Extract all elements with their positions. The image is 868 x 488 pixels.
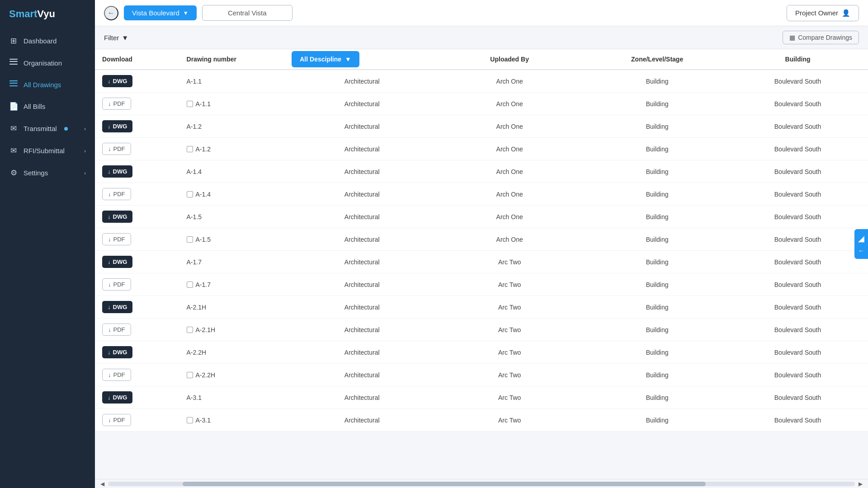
uploaded-by-value: Arc Two [498,394,521,401]
uploaded-by-cell: Arc Two [432,364,587,386]
sidebar-item-label: All Drawings [24,81,61,89]
building-cell: Boulevard South [727,386,868,409]
pdf-download-button[interactable]: ↓ PDF [102,188,131,200]
funnel-icon: ◢ [858,234,864,244]
dwg-download-button[interactable]: ↓ DWG [102,301,132,313]
download-icon: ↓ [108,191,111,197]
dwg-download-button[interactable]: ↓ DWG [102,120,132,132]
compare-drawings-button[interactable]: ▦ Compare Drawings [783,31,859,44]
right-filter-panel[interactable]: ◢ ← [854,229,868,259]
row-checkbox[interactable] [187,101,193,107]
sidebar-item-transmittal[interactable]: ✉ Transmittal › [0,117,95,140]
zone-cell: Building [587,296,727,319]
drawing-number-cell: A-2.2H [179,364,292,386]
download-icon: ↓ [108,417,111,423]
sidebar-item-rfi-submittal[interactable]: ✉ RFI/Submittal › [0,140,95,162]
discipline-value: Architectural [344,100,380,108]
uploaded-by-value: Arch One [496,123,523,130]
building-value: Boulevard South [774,191,821,198]
row-checkbox[interactable] [187,191,193,197]
zone-value: Building [646,326,669,333]
dwg-download-button[interactable]: ↓ DWG [102,211,132,223]
pdf-download-button[interactable]: ↓ PDF [102,233,131,245]
scroll-right-arrow[interactable]: ▶ [857,481,864,487]
building-cell: Boulevard South [727,228,868,251]
building-value: Boulevard South [774,123,821,130]
row-checkbox[interactable] [187,372,193,378]
discipline-value: Architectural [344,326,380,333]
uploaded-by-cell: Arc Two [432,319,587,341]
uploaded-by-value: Arc Two [498,281,521,288]
project-dropdown[interactable]: Vista Boulevard ▼ [124,5,197,20]
dwg-download-button[interactable]: ↓ DWG [102,391,132,404]
pdf-download-button[interactable]: ↓ PDF [102,324,131,336]
uploaded-by-cell: Arch One [432,115,587,138]
uploaded-by-cell: Arch One [432,228,587,251]
dwg-download-button[interactable]: ↓ DWG [102,165,132,178]
download-cell: ↓ PDF [95,319,179,341]
zone-value: Building [646,168,669,175]
pdf-download-button[interactable]: ↓ PDF [102,414,131,426]
uploaded-by-value: Arc Two [498,349,521,356]
table-row: ↓ DWGA-1.5ArchitecturalArch OneBuildingB… [95,206,868,228]
row-checkbox[interactable] [187,417,193,423]
sidebar-nav: ⊞ Dashboard Organisation [0,30,95,184]
row-checkbox[interactable] [187,146,193,152]
download-cell: ↓ DWG [95,386,179,409]
row-checkbox[interactable] [187,282,193,288]
row-checkbox[interactable] [187,236,193,243]
sidebar-item-all-drawings[interactable]: All Drawings [0,74,95,95]
dwg-download-button[interactable]: ↓ DWG [102,346,132,358]
download-cell: ↓ DWG [95,70,179,93]
pdf-download-button[interactable]: ↓ PDF [102,98,131,110]
download-icon: ↓ [108,258,111,265]
drawing-number-value: A-3.1 [196,417,211,424]
download-icon: ↓ [108,371,111,378]
discipline-dropdown-button[interactable]: All Descipline ▼ [292,51,359,67]
drawing-number-value: A-2.1H [187,304,207,311]
topbar-right: Project Owner 👤 [787,5,859,21]
transmittal-chevron-icon: › [84,126,86,131]
table-row: ↓ DWGA-3.1ArchitecturalArc TwoBuildingBo… [95,386,868,409]
download-cell: ↓ PDF [95,273,179,296]
download-cell: ↓ PDF [95,228,179,251]
svg-rect-2 [9,64,18,65]
sidebar-item-all-bills[interactable]: 📄 All Bills [0,95,95,117]
sidebar-item-settings[interactable]: ⚙ Settings › [0,162,95,184]
sidebar-item-organisation[interactable]: Organisation [0,52,95,74]
building-cell: Boulevard South [727,319,868,341]
bottom-scrollbar[interactable]: ◀ ▶ [95,479,868,488]
sub-project-button[interactable]: Central Vista [202,5,292,21]
project-owner-button[interactable]: Project Owner 👤 [787,5,859,21]
pdf-download-button[interactable]: ↓ PDF [102,369,131,381]
sidebar-item-label: RFI/Submittal [24,147,65,155]
scroll-left-arrow[interactable]: ◀ [99,481,106,487]
uploaded-by-cell: Arc Two [432,251,587,273]
building-value: Boulevard South [774,371,821,379]
drawing-number-value: A-1.5 [187,213,202,221]
discipline-cell: Architectural [292,160,432,183]
filter-button[interactable]: Filter ▼ [104,34,128,42]
building-cell: Boulevard South [727,206,868,228]
discipline-cell: Architectural [292,115,432,138]
discipline-cell: Architectural [292,341,432,364]
zone-value: Building [646,258,669,266]
pdf-download-button[interactable]: ↓ PDF [102,278,131,291]
horizontal-scrollbar-thumb[interactable] [183,482,705,486]
row-checkbox[interactable] [187,327,193,333]
horizontal-scrollbar-track[interactable] [108,482,855,486]
drawing-number-header: Drawing number [179,49,292,70]
drawing-number-cell: A-1.2 [179,115,292,138]
building-value: Boulevard South [774,213,821,221]
dwg-download-button[interactable]: ↓ DWG [102,75,132,87]
building-header: Building [727,49,868,70]
back-button[interactable]: ← [104,6,118,20]
discipline-value: Architectural [344,349,380,356]
dwg-download-button[interactable]: ↓ DWG [102,256,132,268]
table-row: ↓ DWGA-1.7ArchitecturalArc TwoBuildingBo… [95,251,868,273]
download-icon: ↓ [108,236,111,243]
sidebar-item-dashboard[interactable]: ⊞ Dashboard [0,30,95,52]
drawing-number-value: A-2.1H [196,326,216,333]
sidebar-item-label: Settings [24,169,48,177]
pdf-download-button[interactable]: ↓ PDF [102,143,131,155]
